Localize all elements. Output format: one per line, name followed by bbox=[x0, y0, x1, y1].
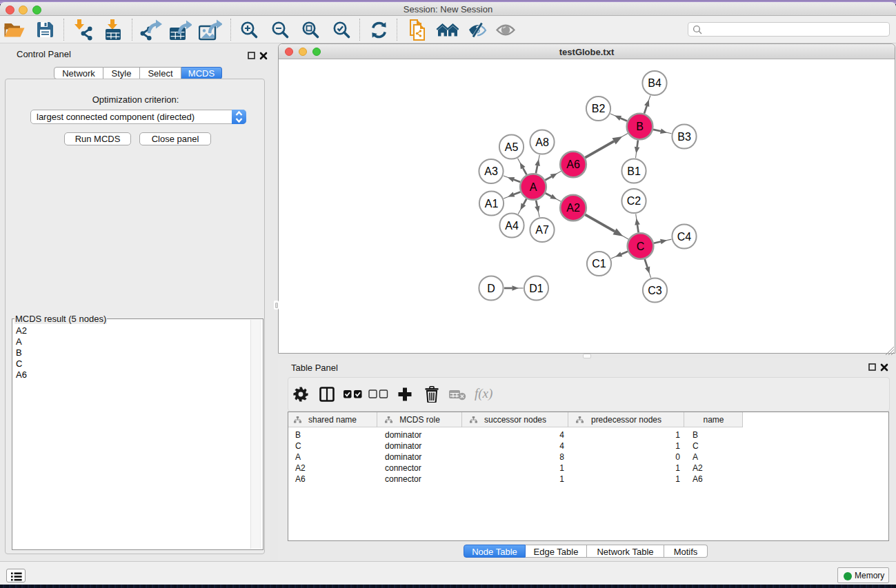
svg-text:D: D bbox=[487, 283, 495, 294]
svg-text:B1: B1 bbox=[627, 165, 641, 177]
svg-text:A: A bbox=[530, 181, 537, 193]
svg-text:A1: A1 bbox=[485, 198, 499, 210]
svg-text:A3: A3 bbox=[484, 165, 498, 177]
svg-text:A8: A8 bbox=[535, 136, 549, 148]
svg-text:D1: D1 bbox=[529, 283, 544, 294]
svg-text:C4: C4 bbox=[677, 231, 692, 243]
svg-text:A2: A2 bbox=[566, 202, 580, 214]
svg-text:A5: A5 bbox=[505, 141, 519, 153]
svg-text:A7: A7 bbox=[535, 224, 549, 236]
svg-text:B4: B4 bbox=[648, 77, 661, 89]
svg-text:C3: C3 bbox=[648, 285, 662, 296]
svg-text:C: C bbox=[637, 241, 645, 252]
svg-text:C2: C2 bbox=[627, 195, 641, 207]
svg-text:A6: A6 bbox=[566, 159, 580, 170]
svg-text:B2: B2 bbox=[592, 103, 606, 114]
svg-text:A4: A4 bbox=[505, 220, 519, 232]
svg-text:B3: B3 bbox=[677, 131, 691, 143]
svg-text:B: B bbox=[636, 121, 644, 132]
svg-text:C1: C1 bbox=[592, 258, 606, 270]
